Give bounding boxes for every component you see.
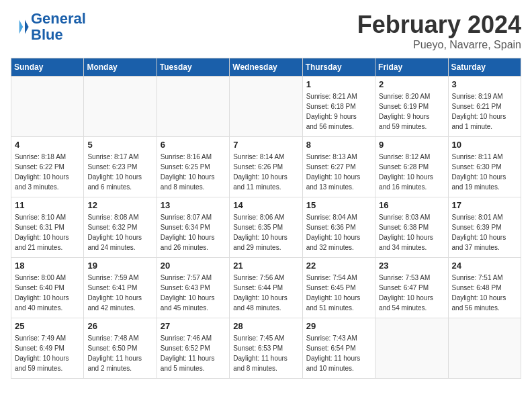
calendar-cell: 28Sunrise: 7:45 AM Sunset: 6:53 PM Dayli… [230,318,302,379]
title-block: February 2024 Pueyo, Navarre, Spain [357,11,521,51]
day-number: 8 [306,140,371,150]
day-info: Sunrise: 8:21 AM Sunset: 6:18 PM Dayligh… [306,91,371,132]
day-info: Sunrise: 8:10 AM Sunset: 6:31 PM Dayligh… [15,212,80,253]
calendar-cell: 3Sunrise: 8:19 AM Sunset: 6:21 PM Daylig… [448,77,521,137]
calendar-cell: 4Sunrise: 8:18 AM Sunset: 6:22 PM Daylig… [11,137,84,197]
day-number: 10 [452,140,517,150]
day-info: Sunrise: 8:08 AM Sunset: 6:32 PM Dayligh… [87,212,152,253]
calendar-cell [448,318,521,379]
day-number: 1 [306,79,371,89]
week-row-5: 25Sunrise: 7:49 AM Sunset: 6:49 PM Dayli… [11,318,521,379]
svg-marker-1 [19,20,24,34]
day-info: Sunrise: 8:07 AM Sunset: 6:34 PM Dayligh… [161,212,226,253]
calendar-cell: 6Sunrise: 8:16 AM Sunset: 6:25 PM Daylig… [157,137,229,197]
calendar-cell [230,77,302,137]
calendar-cell: 9Sunrise: 8:12 AM Sunset: 6:28 PM Daylig… [375,137,448,197]
day-info: Sunrise: 7:51 AM Sunset: 6:48 PM Dayligh… [452,273,517,313]
col-header-wednesday: Wednesday [230,58,302,77]
week-row-2: 4Sunrise: 8:18 AM Sunset: 6:22 PM Daylig… [11,137,521,197]
day-info: Sunrise: 7:49 AM Sunset: 6:49 PM Dayligh… [15,333,80,373]
logo-icon [11,17,30,36]
calendar-cell: 17Sunrise: 8:01 AM Sunset: 6:39 PM Dayli… [448,197,521,258]
day-number: 16 [379,200,444,210]
logo: General Blue [11,11,86,43]
days-header-row: SundayMondayTuesdayWednesdayThursdayFrid… [11,58,521,77]
col-header-sunday: Sunday [11,58,84,77]
day-info: Sunrise: 7:57 AM Sunset: 6:43 PM Dayligh… [161,273,226,313]
day-number: 26 [87,321,152,331]
calendar-cell: 21Sunrise: 7:56 AM Sunset: 6:44 PM Dayli… [230,258,302,318]
day-info: Sunrise: 8:18 AM Sunset: 6:22 PM Dayligh… [15,152,80,192]
day-number: 5 [87,140,152,150]
page-header: General Blue February 2024 Pueyo, Navarr… [11,11,521,51]
day-info: Sunrise: 8:03 AM Sunset: 6:38 PM Dayligh… [379,212,444,253]
calendar-cell: 5Sunrise: 8:17 AM Sunset: 6:23 PM Daylig… [84,137,157,197]
day-number: 13 [161,200,226,210]
calendar-cell: 11Sunrise: 8:10 AM Sunset: 6:31 PM Dayli… [11,197,84,258]
calendar-cell: 8Sunrise: 8:13 AM Sunset: 6:27 PM Daylig… [302,137,375,197]
day-number: 15 [306,200,371,210]
day-number: 17 [452,200,517,210]
calendar-cell: 12Sunrise: 8:08 AM Sunset: 6:32 PM Dayli… [84,197,157,258]
calendar-cell: 25Sunrise: 7:49 AM Sunset: 6:49 PM Dayli… [11,318,84,379]
calendar-cell: 7Sunrise: 8:14 AM Sunset: 6:26 PM Daylig… [230,137,302,197]
calendar-cell: 13Sunrise: 8:07 AM Sunset: 6:34 PM Dayli… [157,197,229,258]
day-info: Sunrise: 7:53 AM Sunset: 6:47 PM Dayligh… [379,273,444,313]
col-header-saturday: Saturday [448,58,521,77]
calendar-cell [375,318,448,379]
day-info: Sunrise: 8:17 AM Sunset: 6:23 PM Dayligh… [87,152,152,192]
calendar-cell: 26Sunrise: 7:48 AM Sunset: 6:50 PM Dayli… [84,318,157,379]
day-number: 3 [452,79,517,89]
calendar-cell [11,77,84,137]
week-row-3: 11Sunrise: 8:10 AM Sunset: 6:31 PM Dayli… [11,197,521,258]
month-title: February 2024 [357,11,521,39]
day-info: Sunrise: 8:14 AM Sunset: 6:26 PM Dayligh… [233,152,298,192]
day-info: Sunrise: 7:59 AM Sunset: 6:41 PM Dayligh… [87,273,152,313]
day-number: 9 [379,140,444,150]
calendar-cell [157,77,229,137]
svg-marker-0 [25,20,29,34]
calendar-cell: 24Sunrise: 7:51 AM Sunset: 6:48 PM Dayli… [448,258,521,318]
day-info: Sunrise: 8:11 AM Sunset: 6:30 PM Dayligh… [452,152,517,192]
col-header-tuesday: Tuesday [157,58,229,77]
day-number: 20 [161,261,226,271]
calendar-cell: 23Sunrise: 7:53 AM Sunset: 6:47 PM Dayli… [375,258,448,318]
calendar-table: SundayMondayTuesdayWednesdayThursdayFrid… [11,58,521,379]
calendar-cell: 18Sunrise: 8:00 AM Sunset: 6:40 PM Dayli… [11,258,84,318]
col-header-monday: Monday [84,58,157,77]
calendar-cell: 14Sunrise: 8:06 AM Sunset: 6:35 PM Dayli… [230,197,302,258]
day-number: 19 [87,261,152,271]
logo-line2: Blue [31,27,86,43]
day-info: Sunrise: 8:04 AM Sunset: 6:36 PM Dayligh… [306,212,371,253]
day-number: 21 [233,261,298,271]
location: Pueyo, Navarre, Spain [357,39,521,51]
day-number: 11 [15,200,80,210]
day-info: Sunrise: 8:19 AM Sunset: 6:21 PM Dayligh… [452,91,517,132]
day-number: 24 [452,261,517,271]
day-info: Sunrise: 7:56 AM Sunset: 6:44 PM Dayligh… [233,273,298,313]
day-number: 22 [306,261,371,271]
calendar-cell: 2Sunrise: 8:20 AM Sunset: 6:19 PM Daylig… [375,77,448,137]
day-number: 18 [15,261,80,271]
day-info: Sunrise: 8:20 AM Sunset: 6:19 PM Dayligh… [379,91,444,132]
day-info: Sunrise: 7:54 AM Sunset: 6:45 PM Dayligh… [306,273,371,313]
week-row-1: 1Sunrise: 8:21 AM Sunset: 6:18 PM Daylig… [11,77,521,137]
day-info: Sunrise: 7:43 AM Sunset: 6:54 PM Dayligh… [306,333,371,373]
calendar-cell: 1Sunrise: 8:21 AM Sunset: 6:18 PM Daylig… [302,77,375,137]
day-number: 23 [379,261,444,271]
day-number: 27 [161,321,226,331]
day-info: Sunrise: 7:46 AM Sunset: 6:52 PM Dayligh… [161,333,226,373]
logo-line1: General [31,10,86,27]
day-info: Sunrise: 8:12 AM Sunset: 6:28 PM Dayligh… [379,152,444,192]
day-info: Sunrise: 7:48 AM Sunset: 6:50 PM Dayligh… [87,333,152,373]
day-info: Sunrise: 8:13 AM Sunset: 6:27 PM Dayligh… [306,152,371,192]
day-info: Sunrise: 8:01 AM Sunset: 6:39 PM Dayligh… [452,212,517,253]
calendar-cell: 27Sunrise: 7:46 AM Sunset: 6:52 PM Dayli… [157,318,229,379]
calendar-cell: 22Sunrise: 7:54 AM Sunset: 6:45 PM Dayli… [302,258,375,318]
day-info: Sunrise: 8:16 AM Sunset: 6:25 PM Dayligh… [161,152,226,192]
calendar-cell: 20Sunrise: 7:57 AM Sunset: 6:43 PM Dayli… [157,258,229,318]
day-info: Sunrise: 8:00 AM Sunset: 6:40 PM Dayligh… [15,273,80,313]
calendar-cell: 15Sunrise: 8:04 AM Sunset: 6:36 PM Dayli… [302,197,375,258]
col-header-thursday: Thursday [302,58,375,77]
day-number: 14 [233,200,298,210]
